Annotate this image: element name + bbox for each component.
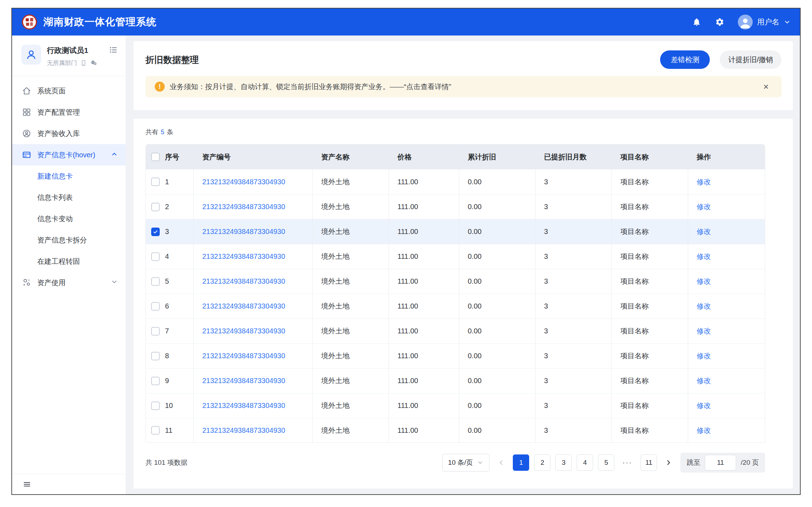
header-actions: 差错检测 计提折旧/撤销	[660, 50, 781, 69]
jump-page-input[interactable]	[705, 455, 736, 470]
asset-number-link[interactable]: 213213249384873304930	[202, 352, 285, 360]
cell-operation: 修改	[688, 195, 765, 219]
user-menu[interactable]: 用户名	[738, 15, 791, 29]
months-text: 3	[544, 203, 548, 211]
top-right-group: 用户名	[692, 15, 791, 29]
chevron-down-icon	[784, 18, 791, 26]
table-row: 1 213213249384873304930 境外土地 111.00 0.00…	[146, 169, 765, 194]
sidebar: 行政测试员1 无所属部门	[12, 36, 126, 494]
modify-link[interactable]: 修改	[697, 426, 711, 435]
collapse-menu-icon[interactable]	[23, 480, 31, 489]
modify-link[interactable]: 修改	[697, 326, 711, 336]
close-icon[interactable]: ×	[763, 82, 769, 91]
modify-link[interactable]: 修改	[697, 301, 711, 311]
modify-link[interactable]: 修改	[697, 177, 711, 187]
page-button[interactable]: 5	[598, 454, 614, 471]
header-cell-index: 序号	[146, 145, 194, 169]
cell-asset-no: 213213249384873304930	[194, 244, 313, 269]
asset-number-link[interactable]: 213213249384873304930	[202, 426, 285, 435]
sidebar-item-asset-config[interactable]: 资产配置管理	[12, 102, 126, 123]
project-text: 项目名称	[620, 252, 649, 261]
modify-link[interactable]: 修改	[697, 351, 711, 361]
cell-asset-name: 境外土地	[313, 294, 389, 318]
price-text: 111.00	[397, 277, 418, 285]
cell-months: 3	[536, 244, 612, 269]
settings-gear-icon[interactable]	[715, 17, 724, 27]
page-button[interactable]: 3	[555, 454, 572, 471]
row-checkbox[interactable]	[151, 402, 160, 410]
asset-number-link[interactable]: 213213249384873304930	[202, 252, 285, 261]
page-button[interactable]: 11	[641, 454, 657, 471]
error-check-button[interactable]: 差错检测	[660, 50, 710, 69]
accumulated-text: 0.00	[468, 203, 482, 211]
user-list-icon[interactable]	[109, 45, 118, 56]
sidebar-subitem-info-card-list[interactable]: 信息卡列表	[12, 187, 126, 208]
sidebar-user-card: 行政测试员1 无所属部门	[12, 36, 126, 76]
sidebar-subitem-label: 信息卡列表	[37, 193, 73, 202]
asset-number-link[interactable]: 213213249384873304930	[202, 302, 285, 310]
sidebar-item-asset-usage[interactable]: 资产使用	[12, 272, 126, 293]
prev-page-button[interactable]	[496, 454, 506, 471]
accumulated-text: 0.00	[468, 228, 482, 236]
accumulated-text: 0.00	[468, 402, 482, 410]
asset-number-link[interactable]: 213213249384873304930	[202, 203, 285, 211]
title-row: 折旧数据整理 差错检测 计提折旧/撤销	[146, 50, 781, 69]
row-checkbox[interactable]	[151, 203, 160, 211]
asset-name-text: 境外土地	[321, 426, 350, 435]
asset-number-link[interactable]: 213213249384873304930	[202, 327, 285, 335]
modify-link[interactable]: 修改	[697, 227, 711, 236]
sidebar-item-system-page[interactable]: 系统页面	[12, 80, 126, 102]
modify-link[interactable]: 修改	[697, 376, 711, 386]
asset-number-link[interactable]: 213213249384873304930	[202, 178, 285, 186]
asset-number-link[interactable]: 213213249384873304930	[202, 277, 285, 285]
notification-bell-icon[interactable]	[692, 17, 701, 27]
sidebar-subitem-new-info-card[interactable]: 新建信息卡	[12, 165, 126, 187]
row-checkbox[interactable]	[151, 426, 160, 435]
table-row: 4 213213249384873304930 境外土地 111.00 0.00…	[146, 244, 765, 269]
asset-number-link[interactable]: 213213249384873304930	[202, 402, 285, 410]
sidebar-subitem-info-card-split[interactable]: 资产信息卡拆分	[12, 229, 126, 251]
table-row: 10 213213249384873304930 境外土地 111.00 0.0…	[146, 393, 765, 418]
page-ellipsis[interactable]: ···	[619, 454, 636, 471]
depreciation-revoke-button[interactable]: 计提折旧/撤销	[720, 50, 781, 69]
sidebar-item-asset-acceptance[interactable]: 资产验收入库	[12, 123, 126, 144]
sidebar-subitem-label: 在建工程转固	[37, 257, 80, 266]
nodes-icon	[22, 278, 31, 287]
page-size-select[interactable]: 10 条/页	[442, 454, 490, 471]
modify-link[interactable]: 修改	[697, 202, 711, 212]
row-checkbox[interactable]	[151, 302, 160, 311]
modify-link[interactable]: 修改	[697, 401, 711, 410]
cell-asset-name: 境外土地	[313, 344, 389, 368]
sidebar-item-asset-info-card[interactable]: 资产信息卡(hover)	[12, 144, 126, 165]
jump-to-page: 跳至 /20 页	[680, 453, 765, 473]
cell-asset-name: 境外土地	[313, 418, 389, 442]
row-checkbox[interactable]	[151, 252, 160, 261]
page-button[interactable]: 2	[534, 454, 550, 471]
modify-link[interactable]: 修改	[697, 252, 711, 261]
row-index: 11	[165, 426, 172, 435]
price-text: 111.00	[397, 352, 418, 360]
page-button[interactable]: 1	[513, 454, 529, 471]
price-text: 111.00	[397, 228, 418, 236]
asset-number-link[interactable]: 213213249384873304930	[202, 228, 285, 236]
row-checkbox[interactable]	[151, 352, 160, 360]
row-checkbox[interactable]	[151, 228, 160, 236]
sidebar-subitem-info-card-change[interactable]: 信息卡变动	[12, 208, 126, 229]
row-checkbox[interactable]	[151, 327, 160, 336]
cell-index: 1	[146, 169, 194, 194]
row-checkbox[interactable]	[151, 377, 160, 385]
cell-months: 3	[536, 219, 612, 244]
modify-link[interactable]: 修改	[697, 277, 711, 286]
sidebar-subitem-label: 新建信息卡	[37, 171, 73, 181]
price-text: 111.00	[397, 426, 418, 435]
cell-index: 9	[146, 369, 194, 393]
sidebar-subitem-construction-transfer[interactable]: 在建工程转固	[12, 251, 126, 272]
asset-number-link[interactable]: 213213249384873304930	[202, 377, 285, 385]
page-button[interactable]: 4	[577, 454, 593, 471]
cell-accumulated: 0.00	[459, 393, 536, 418]
row-checkbox[interactable]	[151, 277, 160, 286]
sidebar-user-name: 行政测试员1	[47, 45, 98, 55]
next-page-button[interactable]	[663, 454, 674, 471]
select-all-checkbox[interactable]	[151, 153, 160, 161]
row-checkbox[interactable]	[151, 178, 160, 186]
